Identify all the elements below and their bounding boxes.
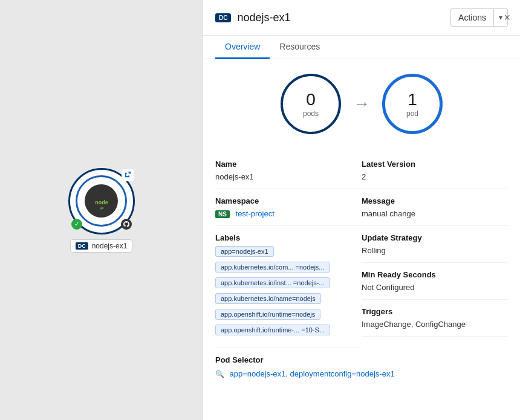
tab-overview[interactable]: Overview [215, 36, 270, 59]
message-field-value: manual change [362, 209, 508, 218]
current-pods-count: 0 [306, 90, 316, 109]
min-ready-section: Min Ready Seconds Not Configured [362, 263, 508, 300]
update-strategy-label: Update Strategy [362, 233, 508, 242]
message-field-label: Message [362, 196, 508, 205]
triggers-label: Triggers [362, 307, 508, 316]
current-pods-label: pods [303, 109, 319, 118]
update-strategy-section: Update Strategy Rolling [362, 226, 508, 263]
pod-selector-value: 🔍 app=nodejs-ex1, deploymentconfig=nodej… [215, 368, 508, 379]
label-tag-3[interactable]: app.kubernetes.io/name=nodejs [215, 293, 321, 304]
svg-text:node: node [95, 199, 108, 205]
label-tag-5[interactable]: app.openshift.io/runtime-... =10-S... [215, 325, 330, 335]
name-field-label: Name [215, 160, 362, 169]
triggers-section: Triggers ImageChange, ConfigChange [362, 300, 508, 337]
labels-field-label: Labels [215, 233, 362, 242]
close-button[interactable]: × [504, 12, 510, 23]
node-icon-wrapper: node .js ✓ [68, 168, 135, 234]
search-icon: 🔍 [215, 370, 224, 378]
desired-pods-label: pod [406, 109, 418, 118]
ns-badge: NS [215, 210, 230, 218]
namespace-field-value: NS test-project [215, 209, 362, 218]
desired-pods-count: 1 [408, 90, 417, 109]
update-strategy-value: Rolling [362, 246, 508, 255]
node-name-label: nodejs-ex1 [92, 242, 128, 250]
drawer-header: DC nodejs-ex1 Actions ▾ × [203, 0, 520, 36]
labels-section: Labels app=nodejs-ex1 app.kubernetes.io/… [215, 226, 362, 348]
node-logo: node .js [85, 184, 118, 218]
latest-version-value: 2 [362, 172, 508, 181]
pod-selector-link[interactable]: app=nodejs-ex1, deploymentconfig=nodejs-… [229, 369, 394, 378]
tabs-bar: Overview Resources [203, 36, 520, 59]
min-ready-seconds-value: Not Configured [362, 283, 508, 292]
drawer-title: nodejs-ex1 [237, 11, 450, 24]
desired-pods-circle: 1 pod [382, 74, 443, 134]
right-panel: DC nodejs-ex1 Actions ▾ × Overview Resou… [203, 0, 520, 420]
github-badge [121, 219, 132, 230]
message-section: Message manual change [362, 189, 508, 226]
dc-label-badge: DC [76, 242, 88, 250]
external-link-badge[interactable] [122, 169, 134, 181]
current-pods-circle: 0 pods [281, 74, 341, 134]
svg-text:.js: .js [99, 206, 103, 210]
node-inner-ring: node .js [76, 175, 127, 227]
right-fields: Update Strategy Rolling Min Ready Second… [362, 226, 508, 348]
health-check-badge: ✓ [71, 219, 82, 230]
tab-resources[interactable]: Resources [270, 36, 330, 59]
label-tag-0[interactable]: app=nodejs-ex1 [215, 246, 274, 257]
arrow-icon: → [353, 94, 370, 114]
actions-label: Actions [451, 9, 494, 26]
namespace-field-label: Namespace [215, 196, 362, 205]
pod-selector-section: Pod Selector 🔍 app=nodejs-ex1, deploymen… [215, 348, 508, 386]
drawer-dc-badge: DC [215, 13, 231, 22]
label-tag-4[interactable]: app.openshift.io/runtime=nodejs [215, 309, 320, 320]
label-tag-2[interactable]: app.kubernetes.io/inst... =nodejs-... [215, 277, 330, 288]
latest-version-section: Latest Version 2 [362, 152, 508, 189]
pod-selector-label: Pod Selector [215, 355, 508, 364]
info-grid: Name nodejs-ex1 Latest Version 2 Namespa… [215, 152, 508, 386]
name-section: Name nodejs-ex1 [215, 152, 362, 189]
min-ready-seconds-label: Min Ready Seconds [362, 270, 508, 279]
namespace-link[interactable]: test-project [236, 209, 275, 218]
triggers-value: ImageChange, ConfigChange [362, 320, 508, 329]
namespace-section: Namespace NS test-project [215, 189, 362, 226]
node-label-bar: DC nodejs-ex1 [70, 239, 133, 253]
node-container: node .js ✓ DC nodejs-ex1 [68, 168, 135, 253]
actions-button[interactable]: Actions ▾ [450, 8, 508, 27]
labels-list: app=nodejs-ex1 app.kubernetes.io/com... … [215, 246, 362, 340]
name-field-value: nodejs-ex1 [215, 172, 362, 181]
label-tag-1[interactable]: app.kubernetes.io/com... =nodejs... [215, 262, 330, 273]
latest-version-label: Latest Version [362, 160, 508, 169]
pod-diagram: 0 pods → 1 pod [215, 74, 508, 134]
content-area: 0 pods → 1 pod Name nodejs-ex1 Latest Ve… [203, 59, 520, 420]
left-panel: node .js ✓ DC nodejs-ex1 [0, 0, 203, 420]
